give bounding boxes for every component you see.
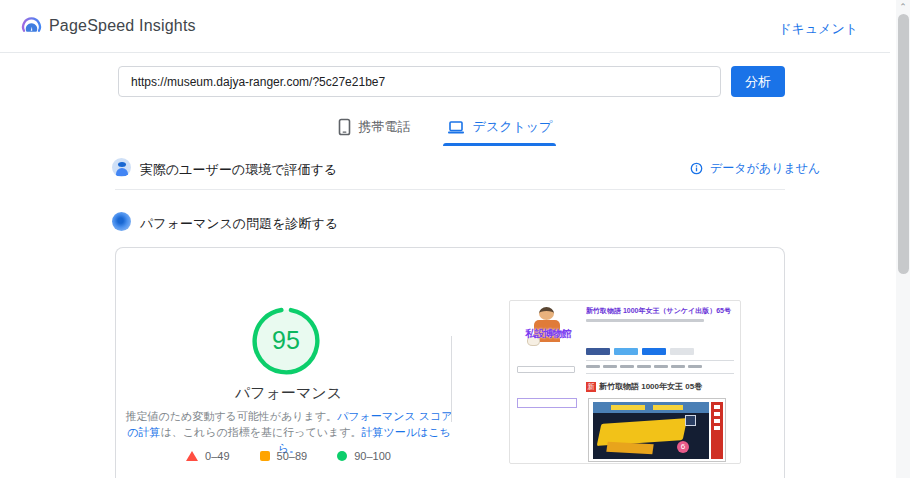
legend-item-average: 50–89 bbox=[260, 450, 308, 462]
spine-text bbox=[714, 419, 720, 423]
share-button bbox=[670, 348, 694, 355]
tag-chip bbox=[671, 365, 685, 368]
tag-chip bbox=[688, 365, 702, 368]
legend-range-average: 50–89 bbox=[277, 450, 308, 462]
score-label: パフォーマンス bbox=[116, 384, 461, 403]
vertical-divider bbox=[451, 336, 452, 422]
cover-volume-badge: 6 bbox=[677, 441, 689, 453]
spine-text bbox=[714, 412, 720, 416]
spine-text bbox=[714, 426, 720, 430]
thumb-site-title: 私設博物館 bbox=[513, 327, 583, 341]
users-icon bbox=[112, 158, 131, 177]
thumb-comic-cover: 6 bbox=[588, 398, 726, 462]
cover-yellow-sub bbox=[606, 442, 653, 454]
spine-text bbox=[714, 405, 720, 409]
thumb-menu-box bbox=[517, 398, 577, 408]
new-badge: 新 bbox=[586, 382, 596, 392]
device-tabs: 携帯電話 デスクトップ bbox=[0, 112, 890, 146]
share-button bbox=[642, 348, 666, 355]
thumb-character-image: 私設博物館 bbox=[515, 305, 579, 363]
page-title: PageSpeed Insights bbox=[49, 17, 196, 35]
legend-range-pass: 90–100 bbox=[354, 450, 391, 462]
speedometer-icon bbox=[112, 212, 131, 231]
app-header: PageSpeed Insights ドキュメント bbox=[0, 0, 890, 53]
red-triangle-icon bbox=[186, 451, 198, 461]
tab-mobile[interactable]: 携帯電話 bbox=[334, 112, 415, 146]
field-data-status[interactable]: データがありません bbox=[690, 160, 820, 177]
tag-chip bbox=[620, 365, 634, 368]
disclaimer-text-2: は、これらの指標を基に行っています。 bbox=[160, 426, 361, 438]
legend-range-fail: 0–49 bbox=[205, 450, 229, 462]
share-button bbox=[586, 348, 610, 355]
scrollbar-thumb[interactable] bbox=[898, 14, 909, 274]
person-body-glyph bbox=[116, 168, 128, 176]
person-glyph bbox=[118, 162, 126, 167]
performance-score-gauge[interactable]: 95 bbox=[248, 303, 324, 379]
chevron-up-icon[interactable]: ⌃ bbox=[898, 2, 908, 12]
tab-desktop-label: デスクトップ bbox=[473, 118, 553, 136]
thumb-tag-line bbox=[586, 365, 736, 368]
share-button bbox=[614, 348, 638, 355]
green-circle-icon bbox=[337, 451, 347, 461]
disclaimer-text-1: 推定値のため変動する可能性があります。 bbox=[126, 410, 338, 422]
vertical-scrollbar[interactable]: ⌃ bbox=[896, 0, 910, 478]
documentation-link[interactable]: ドキュメント bbox=[778, 20, 858, 38]
thumb-select-box bbox=[517, 366, 575, 373]
section-divider bbox=[115, 189, 785, 190]
thumb-post-heading: 新竹取物語 1000年女王 05巻 bbox=[599, 381, 702, 392]
tab-mobile-label: 携帯電話 bbox=[359, 118, 411, 136]
legend-item-pass: 90–100 bbox=[337, 450, 391, 462]
url-input[interactable] bbox=[118, 66, 721, 97]
tab-desktop[interactable]: デスクトップ bbox=[443, 112, 557, 146]
score-legend: 0–49 50–89 90–100 bbox=[116, 450, 461, 462]
no-data-label: データがありません bbox=[710, 160, 820, 177]
legend-item-fail: 0–49 bbox=[186, 450, 229, 462]
diagnose-title: パフォーマンスの問題を診断する bbox=[140, 215, 338, 233]
field-data-title: 実際のユーザーの環境で評価する bbox=[140, 161, 337, 179]
tag-chip bbox=[654, 365, 668, 368]
character-head bbox=[539, 307, 554, 320]
score-value: 95 bbox=[248, 326, 324, 355]
tag-chip bbox=[603, 365, 617, 368]
score-disclaimer: 推定値のため変動する可能性があります。パフォーマンス スコアの計算は、これらの指… bbox=[124, 408, 454, 456]
tag-chip bbox=[637, 365, 651, 368]
thumb-breadcrumb-line bbox=[586, 319, 704, 322]
thumb-post-title: 新竹取物語 1000年女王（サンケイ出版）65号 bbox=[586, 306, 736, 316]
tag-chip bbox=[586, 365, 600, 368]
cover-red-spine bbox=[711, 402, 723, 459]
report-card: 95 パフォーマンス 推定値のため変動する可能性があります。パフォーマンス スコ… bbox=[115, 247, 785, 478]
thumb-divider bbox=[586, 373, 734, 374]
thumb-post-heading-row: 新 新竹取物語 1000年女王 05巻 bbox=[586, 381, 736, 392]
pagespeed-logo-icon bbox=[20, 15, 43, 38]
thumb-divider bbox=[586, 360, 734, 361]
thumb-sidebar: 私設博物館 bbox=[515, 305, 581, 461]
thumb-main-content: 新竹取物語 1000年女王（サンケイ出版）65号 新 新竹取物語 1000年女王… bbox=[586, 306, 736, 460]
laptop-icon bbox=[447, 120, 465, 135]
cover-seal bbox=[685, 415, 696, 426]
cover-top-strip bbox=[593, 402, 709, 413]
cover-title-text bbox=[653, 405, 683, 410]
mobile-phone-icon bbox=[338, 118, 351, 136]
cover-title-text bbox=[611, 405, 645, 410]
analyze-button[interactable]: 分析 bbox=[731, 66, 785, 97]
thumb-social-buttons bbox=[586, 348, 736, 355]
info-icon bbox=[690, 162, 703, 175]
orange-square-icon bbox=[260, 451, 270, 461]
page-screenshot-thumbnail[interactable]: 私設博物館 新竹取物語 1000年女王（サンケイ出版）65号 bbox=[509, 300, 741, 464]
